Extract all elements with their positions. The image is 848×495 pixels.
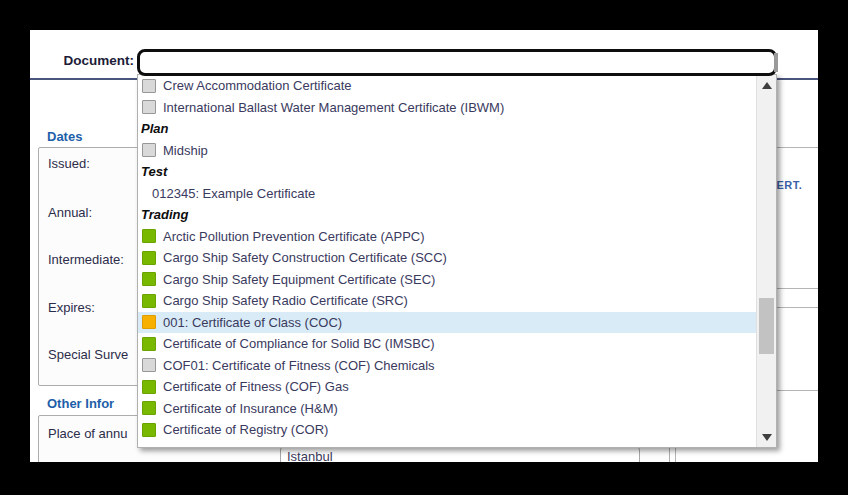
dropdown-group-header: Plan (138, 118, 756, 140)
dropdown-option[interactable]: Certificate of Compliance for Solid BC (… (138, 333, 756, 355)
scrollbar-thumb[interactable] (759, 298, 774, 354)
right-panel-border (770, 307, 818, 308)
dropdown-option[interactable]: 001: Certificate of Class (COC) (138, 312, 756, 334)
dropdown-option[interactable]: Crew Accommodation Certificate (138, 75, 756, 97)
dropdown-option-label: International Ballast Water Management C… (163, 100, 504, 115)
gray-status-icon (142, 143, 156, 157)
dropdown-option-label: 001: Certificate of Class (COC) (163, 315, 342, 330)
document-field-label: Document: (44, 53, 134, 68)
green-status-icon (142, 337, 156, 351)
dropdown-scrollbar[interactable] (756, 75, 776, 447)
dropdown-option-label: Certificate of Insurance (H&M) (163, 401, 338, 416)
dropdown-option-label: Certificate of Compliance for Solid BC (… (163, 336, 435, 351)
dropdown-option[interactable]: Arctic Pollution Prevention Certificate … (138, 226, 756, 248)
gray-status-icon (142, 358, 156, 372)
dropdown-option[interactable]: Cargo Ship Safety Radio Certificate (SRC… (138, 290, 756, 312)
dropdown-option[interactable]: COF01: Certificate of Fitness (COF) Chem… (138, 355, 756, 377)
other-information-section-header: Other Infor (47, 396, 114, 411)
orange-status-icon (142, 315, 156, 329)
dropdown-option-label: Certificate of Registry (COR) (163, 422, 328, 437)
green-status-icon (142, 272, 156, 286)
dropdown-option-label: Crew Accommodation Certificate (163, 78, 352, 93)
green-status-icon (142, 423, 156, 437)
annual-label: Annual: (48, 205, 92, 220)
dropdown-option-label: Cargo Ship Safety Radio Certificate (SRC… (163, 293, 408, 308)
dropdown-option-label: Plan (141, 121, 168, 136)
green-status-icon (142, 251, 156, 265)
dropdown-option-label: Cargo Ship Safety Construction Certifica… (163, 250, 447, 265)
dropdown-option[interactable]: Cargo Ship Safety Construction Certifica… (138, 247, 756, 269)
dropdown-option-label: 012345: Example Certificate (152, 186, 315, 201)
right-panel-border (770, 147, 818, 148)
right-panel-border (770, 390, 818, 391)
scrollbar-up-button[interactable] (757, 75, 776, 95)
green-status-icon (142, 380, 156, 394)
green-status-icon (142, 401, 156, 415)
arrow-up-icon (762, 82, 772, 89)
green-status-icon (142, 229, 156, 243)
document-dropdown: Crew Accommodation Certificate Internati… (137, 74, 777, 448)
dropdown-option[interactable]: Certificate of Insurance (H&M) (138, 398, 756, 420)
expires-label: Expires: (48, 300, 95, 315)
gray-status-icon (142, 100, 156, 114)
dropdown-option[interactable]: Certificate of Fitness (COF) Gas (138, 376, 756, 398)
gray-status-icon (142, 79, 156, 93)
dropdown-list: Crew Accommodation Certificate Internati… (138, 75, 756, 447)
dropdown-option[interactable]: Certificate of Registry (COR) (138, 419, 756, 441)
scrollbar-down-button[interactable] (757, 427, 776, 447)
right-panel-border (770, 288, 818, 289)
dropdown-group-header: Test (138, 161, 756, 183)
issued-label: Issued: (48, 156, 90, 171)
dropdown-option-label: Trading (141, 207, 188, 222)
window-content: Document: Dates Issued: Annual: Intermed… (30, 30, 818, 462)
dropdown-option[interactable]: Midship (138, 140, 756, 162)
dropdown-option-label: Cargo Ship Safety Equipment Certificate … (163, 272, 435, 287)
document-combobox-input[interactable] (137, 49, 777, 76)
dropdown-option-label: COF01: Certificate of Fitness (COF) Chem… (163, 358, 435, 373)
arrow-down-icon (762, 434, 772, 441)
place-of-annual-label: Place of annu (48, 426, 128, 441)
dropdown-option-label: Midship (163, 143, 208, 158)
dropdown-option[interactable]: 012345: Example Certificate (138, 183, 756, 205)
dropdown-option-label: Certificate of Fitness (COF) Gas (163, 379, 349, 394)
intermediate-label: Intermediate: (48, 252, 124, 267)
dropdown-option[interactable]: Cargo Ship Safety Equipment Certificate … (138, 269, 756, 291)
green-status-icon (142, 294, 156, 308)
dropdown-option-label: Arctic Pollution Prevention Certificate … (163, 229, 425, 244)
dropdown-option[interactable]: International Ballast Water Management C… (138, 97, 756, 119)
special-survey-label: Special Surve (48, 347, 128, 362)
dates-section-header: Dates (47, 129, 82, 144)
combobox-edge-sliver (774, 53, 778, 72)
place-of-annual-input[interactable] (280, 446, 640, 462)
dropdown-group-header: Trading (138, 204, 756, 226)
dropdown-option-label: Test (141, 164, 167, 179)
